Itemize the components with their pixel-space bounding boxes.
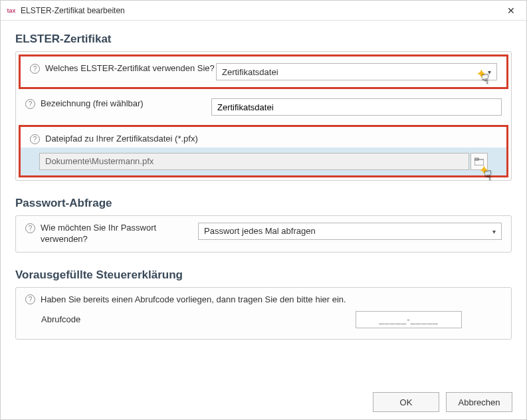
help-icon[interactable]: ? xyxy=(30,64,40,74)
cert-question-label: Welches ELSTER-Zertifikat verwenden Sie? xyxy=(45,63,215,74)
ok-button[interactable]: OK xyxy=(373,392,439,412)
password-mode-select[interactable]: Passwort jedes Mal abfragen ▾ xyxy=(198,223,502,240)
certificate-type-select[interactable]: Zertifikatsdatei ▾ xyxy=(216,63,497,80)
folder-icon xyxy=(474,158,484,165)
browse-button[interactable] xyxy=(471,153,488,170)
filepath-label: Dateipfad zu Ihrer Zertifikatsdatei (*.p… xyxy=(45,134,198,145)
help-icon[interactable]: ? xyxy=(30,134,40,144)
abrufcode-question: Haben Sie bereits einen Abrufcode vorlie… xyxy=(41,294,346,304)
chevron-down-icon: ▾ xyxy=(492,227,496,235)
help-icon[interactable]: ? xyxy=(25,294,35,304)
bezeichnung-label: Bezeichnung (frei wählbar) xyxy=(41,98,144,110)
cursor-hand-icon: ☟ xyxy=(484,168,492,183)
abrufcode-input[interactable] xyxy=(356,311,462,328)
dialog-footer: OK Abbrechen xyxy=(373,392,512,412)
window-title: ELSTER-Zertifikat bearbeiten xyxy=(21,6,501,15)
app-icon: tax xyxy=(6,5,17,16)
help-icon[interactable]: ? xyxy=(25,223,35,233)
password-panel: ? Wie möchten Sie Ihr Passwort verwenden… xyxy=(15,215,512,253)
cancel-button[interactable]: Abbrechen xyxy=(446,392,512,412)
abrufcode-label: Abrufcode xyxy=(41,314,211,324)
help-icon[interactable]: ? xyxy=(25,99,35,109)
vast-panel: ? Haben Sie bereits einen Abrufcode vorl… xyxy=(15,287,512,340)
highlight-filepath: ? Dateipfad zu Ihrer Zertifikatsdatei (*… xyxy=(19,125,508,177)
section-heading-certificate: ELSTER-Zertifikat xyxy=(15,33,512,46)
titlebar: tax ELSTER-Zertifikat bearbeiten ✕ xyxy=(1,1,526,21)
section-heading-vast: Vorausgefüllte Steuererklärung xyxy=(15,268,512,282)
chevron-down-icon: ▾ xyxy=(488,68,491,76)
bezeichnung-input[interactable] xyxy=(211,98,502,116)
password-mode-value: Passwort jedes Mal abfragen xyxy=(204,226,316,236)
certificate-panel: ? Welches ELSTER-Zertifikat verwenden Si… xyxy=(15,51,512,181)
close-icon[interactable]: ✕ xyxy=(501,1,521,21)
highlight-certificate-select: ? Welches ELSTER-Zertifikat verwenden Si… xyxy=(19,54,508,89)
certificate-type-value: Zertifikatsdatei xyxy=(222,67,278,77)
password-question-label: Wie möchten Sie Ihr Passwort verwenden? xyxy=(41,223,198,245)
filepath-input[interactable] xyxy=(39,153,469,170)
section-heading-password: Passwort-Abfrage xyxy=(15,197,512,210)
